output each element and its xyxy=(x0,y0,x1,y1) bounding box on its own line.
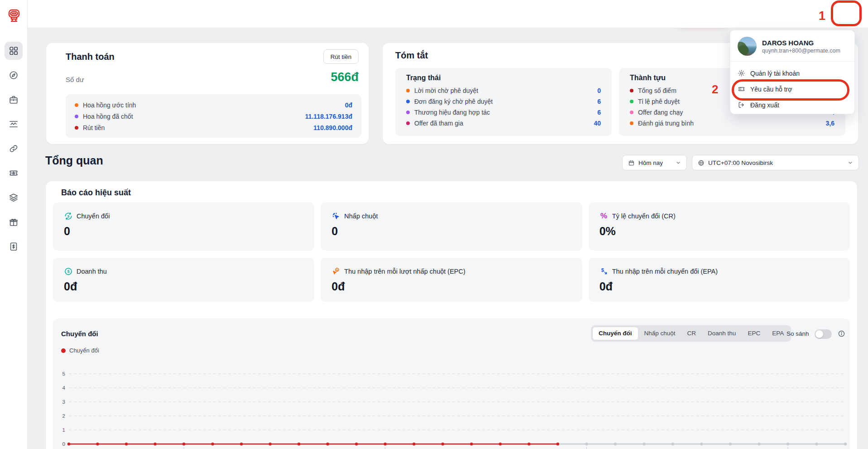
overview-section-title: Tổng quan xyxy=(45,154,103,167)
app-logo[interactable] xyxy=(6,7,22,25)
ticket-star-icon xyxy=(9,168,19,178)
chart-tab-epc[interactable]: EPC xyxy=(742,327,766,340)
chevron-down-icon xyxy=(848,160,853,165)
chevron-down-icon xyxy=(676,160,681,165)
sidebar-item-brands[interactable] xyxy=(5,91,23,109)
toggle-knob xyxy=(815,330,823,338)
menu-item-account[interactable]: Quản lý tài khoản xyxy=(730,65,854,81)
status-row: Đơn đăng ký chờ phê duyệt 6 xyxy=(406,96,601,107)
sidebar-item-offers[interactable] xyxy=(5,188,23,207)
menu-item-label: Đăng xuất xyxy=(750,101,779,109)
row-label: Đánh giá trung bình xyxy=(638,120,694,127)
sidebar-item-dashboard[interactable] xyxy=(5,42,23,60)
metric-label: Chuyển đổi xyxy=(77,212,110,220)
epa-icon: $ xyxy=(599,267,609,276)
metric-value: 0 xyxy=(64,225,303,238)
chart-tab-clicks[interactable]: Nhấp chuột xyxy=(638,327,681,340)
topbar xyxy=(28,0,868,28)
legend-label: Chuyển đổi xyxy=(69,347,99,354)
status-row: Lời mời chờ phê duyệt 0 xyxy=(406,85,601,96)
performance-icon xyxy=(9,119,19,129)
conversions-chart: 543210 xyxy=(54,367,850,449)
row-value: 11.118.176.913đ xyxy=(305,113,352,120)
compare-label: So sánh xyxy=(786,330,809,337)
info-icon[interactable] xyxy=(838,330,845,339)
withdraw-button[interactable]: Rút tiền xyxy=(323,49,359,64)
row-dot xyxy=(630,121,633,125)
globe-icon xyxy=(698,159,705,166)
dashboard-icon xyxy=(9,46,19,56)
sidebar-item-invoices[interactable] xyxy=(5,237,23,256)
svg-text:$: $ xyxy=(601,267,604,273)
row-value: 0 xyxy=(597,87,601,94)
row-label: Lời mời chờ phê duyệt xyxy=(414,87,478,94)
sidebar-item-explore[interactable] xyxy=(5,66,23,84)
chart-tab-conversions[interactable]: Chuyển đổi xyxy=(592,327,638,340)
clicks-icon xyxy=(331,212,340,221)
sidebar-item-tickets[interactable] xyxy=(5,164,23,182)
menu-item-support[interactable]: Yêu cầu hỗ trợ xyxy=(730,81,854,97)
chart-tab-cr[interactable]: CR xyxy=(681,327,702,340)
metric-revenue: $ Doanh thu 0đ xyxy=(53,258,314,302)
row-label: Tổng số điểm xyxy=(638,87,676,94)
sidebar-item-links[interactable] xyxy=(5,140,23,158)
achievement-row: Đánh giá trung bình 3,6 xyxy=(630,118,834,129)
metric-value: 0đ xyxy=(599,280,839,293)
row-value: 3,6 xyxy=(826,120,834,127)
metric-epa: $ Thu nhập trên mỗi chuyển đổi (EPA) 0đ xyxy=(589,258,850,302)
metric-label: Nhấp chuột xyxy=(344,212,378,220)
chart-title: Chuyển đổi xyxy=(61,330,98,338)
chart-tab-revenue[interactable]: Doanh thu xyxy=(702,327,742,340)
date-filter-select[interactable]: Hôm nay xyxy=(622,155,687,170)
gift-icon xyxy=(9,217,19,227)
timezone-value: UTC+07:00 Novosibirsk xyxy=(708,159,773,166)
balance-value: 566đ xyxy=(331,70,359,84)
calendar-icon xyxy=(628,159,635,166)
sidebar-item-rewards[interactable] xyxy=(5,213,23,231)
compare-toggle[interactable] xyxy=(815,329,832,339)
payment-card-title: Thanh toán xyxy=(66,52,115,62)
svg-text:5: 5 xyxy=(62,371,65,377)
timezone-select[interactable]: UTC+07:00 Novosibirsk xyxy=(692,155,859,170)
svg-text:$: $ xyxy=(336,268,338,271)
payment-breakdown: Hoa hồng ước tính 0đ Hoa hồng đã chốt 11… xyxy=(66,94,361,138)
date-filter-value: Hôm nay xyxy=(638,159,663,166)
payment-row: Hoa hồng ước tính 0đ xyxy=(75,99,352,111)
layers-icon xyxy=(9,193,19,203)
svg-text:4: 4 xyxy=(62,385,66,391)
gear-icon xyxy=(738,69,745,77)
row-dot xyxy=(75,126,78,130)
ticket-icon xyxy=(738,85,745,93)
metric-value: 0 xyxy=(331,225,571,238)
row-dot xyxy=(406,89,410,92)
row-label: Offer đang chạy xyxy=(638,109,683,116)
svg-text:3: 3 xyxy=(62,399,65,405)
revenue-icon: $ xyxy=(64,267,73,276)
row-label: Offer đã tham gia xyxy=(414,120,463,127)
metric-grid: $ Chuyển đổi 0 Nhấp chuột 0 % Tỷ lệ chuy… xyxy=(53,203,850,302)
conversion-icon: $ xyxy=(64,212,73,221)
annotation-step-1: 1 xyxy=(819,9,825,23)
metric-clicks: Nhấp chuột 0 xyxy=(321,203,582,251)
menu-item-label: Quản lý tài khoản xyxy=(750,70,800,77)
row-value: 6 xyxy=(597,109,601,116)
row-dot xyxy=(406,111,410,114)
metric-conversions: $ Chuyển đổi 0 xyxy=(53,203,314,251)
epc-icon: $ xyxy=(331,267,340,276)
row-label: Hoa hồng đã chốt xyxy=(83,113,133,120)
annotation-step-2: 2 xyxy=(712,82,718,97)
row-dot xyxy=(406,100,410,103)
svg-text:0: 0 xyxy=(62,441,65,447)
row-value: 6 xyxy=(597,98,601,105)
menu-item-logout[interactable]: Đăng xuất xyxy=(730,97,854,113)
logout-icon xyxy=(738,101,745,109)
payment-row: Hoa hồng đã chốt 11.118.176.913đ xyxy=(75,111,352,122)
summary-card-title: Tóm tắt xyxy=(395,50,428,61)
row-label: Đơn đăng ký chờ phê duyệt xyxy=(414,98,493,105)
sidebar-item-performance[interactable] xyxy=(5,115,23,133)
metric-label: Tỷ lệ chuyển đổi (CR) xyxy=(612,212,676,220)
balance-label: Số dư xyxy=(66,76,84,83)
payment-row: Rút tiền 110.890.000đ xyxy=(75,122,352,133)
invoice-icon xyxy=(9,241,19,251)
svg-text:2: 2 xyxy=(62,413,65,419)
